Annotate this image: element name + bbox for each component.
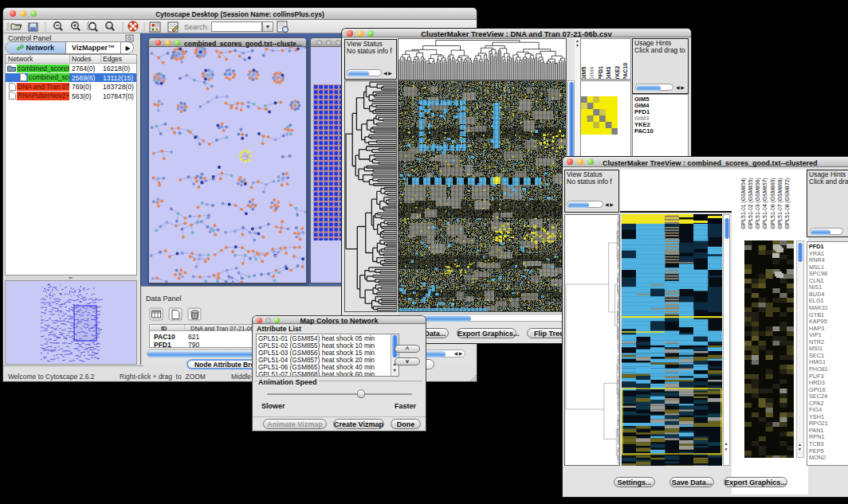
svg-text:1:1: 1:1 xyxy=(107,24,112,29)
